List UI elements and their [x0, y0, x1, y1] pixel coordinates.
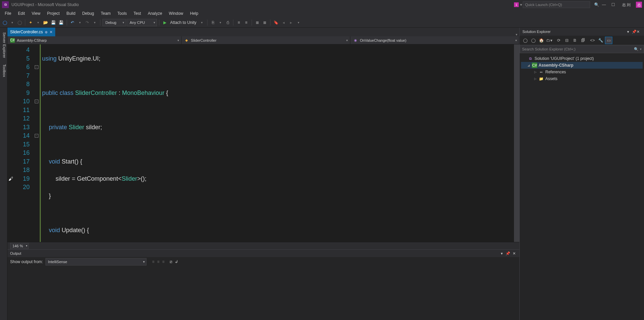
lightbulb-icon[interactable]: 🖌	[8, 175, 13, 183]
zoom-dropdown[interactable]: 146 %	[10, 243, 29, 249]
menu-tools[interactable]: Tools	[114, 10, 130, 17]
quick-launch-search-icon[interactable]: 🔍	[594, 2, 599, 7]
toolbox-tab[interactable]: Toolbox	[2, 62, 7, 80]
tabs-overflow-button[interactable]: ▾	[516, 33, 517, 36]
se-forward-icon[interactable]: ◯	[530, 37, 537, 44]
panel-dropdown-icon[interactable]: ▾	[627, 30, 632, 34]
redo-drop[interactable]: ▾	[91, 19, 98, 26]
panel-close-icon[interactable]: ✕	[637, 30, 641, 34]
solution-search-input[interactable]: Search Solution Explorer (Ctrl+;) 🔍 ▾	[520, 45, 644, 53]
play-icon[interactable]: ▶	[161, 19, 168, 26]
output-wrap-icon[interactable]: ↲	[175, 259, 178, 264]
undo-button[interactable]: ↶	[69, 19, 76, 26]
fold-toggle[interactable]: −	[35, 65, 38, 69]
menu-file[interactable]: File	[1, 10, 14, 17]
maximize-button[interactable]: ☐	[609, 1, 618, 8]
tab-slidercontroller[interactable]: SliderController.cs ⊕ ✕	[7, 28, 55, 36]
tree-assets-node[interactable]: ▷ 📁 Assets	[521, 75, 643, 82]
step-icon-2[interactable]: ⎙	[224, 19, 231, 26]
nav-project-dropdown[interactable]: C# Assembly-CSharp	[7, 36, 182, 44]
prev-bookmark-icon[interactable]: ◂	[280, 19, 287, 26]
redo-button[interactable]: ↷	[84, 19, 91, 26]
notification-badge[interactable]: 1	[514, 2, 519, 7]
comment-icon[interactable]: ≣	[254, 19, 261, 26]
panel-pin-icon[interactable]: 📌	[632, 30, 637, 34]
menu-team[interactable]: Team	[97, 10, 114, 17]
run-button[interactable]: Attach to Unity	[169, 19, 198, 26]
nav-forward-button[interactable]: ◯	[16, 19, 23, 26]
expand-icon[interactable]: ▷	[533, 70, 537, 74]
config-dropdown[interactable]: Debug	[102, 19, 126, 26]
menu-debug[interactable]: Debug	[79, 10, 97, 17]
nav-member-dropdown[interactable]: ◉ OnValueChange(float value)	[350, 36, 519, 44]
output-clear-icon[interactable]: ⎚	[170, 259, 172, 264]
nav-back-drop[interactable]: ▾	[9, 19, 15, 26]
notification-icon[interactable]: ▾	[520, 2, 522, 7]
indent-left-icon[interactable]: ≡	[235, 19, 242, 26]
save-all-button[interactable]: 💾	[58, 19, 65, 26]
fold-toggle[interactable]: −	[35, 100, 38, 103]
open-button[interactable]: 📂	[42, 19, 49, 26]
solution-explorer-panel: Solution Explorer ▾ 📌 ✕ ◯ ◯ 🏠 🗀▾ ⟳ ⊟ 🗎 🗐…	[519, 28, 644, 320]
nav-back-button[interactable]: ◯	[1, 19, 8, 26]
se-collapse-icon[interactable]: ⊟	[564, 37, 570, 44]
output-close-icon[interactable]: ✕	[511, 251, 517, 256]
undo-drop[interactable]: ▾	[76, 19, 83, 26]
menu-build[interactable]: Build	[63, 10, 79, 17]
se-showall-icon[interactable]: 🗎	[572, 37, 578, 44]
server-explorer-tab[interactable]: Server Explorer	[2, 30, 7, 61]
platform-dropdown[interactable]: Any CPU	[127, 19, 157, 26]
se-properties-icon[interactable]: 🔧	[597, 37, 604, 44]
nav-class-dropdown[interactable]: ◆ SliderController	[182, 36, 351, 44]
menu-project[interactable]: Project	[44, 10, 63, 17]
expand-icon[interactable]: ◢	[526, 64, 530, 67]
method-icon: ◉	[353, 38, 358, 43]
tree-project-node[interactable]: ◢ C# Assembly-CSharp	[521, 62, 643, 69]
menu-analyze[interactable]: Analyze	[144, 10, 166, 17]
menu-view[interactable]: View	[28, 10, 44, 17]
quick-launch-input[interactable]: Quick Launch (Ctrl+Q)	[523, 1, 590, 8]
output-pin-icon[interactable]: 📌	[505, 251, 511, 256]
toolbar: ◯ ▾ ◯ ✦ ▾ 📂 💾 💾 ↶ ▾ ↷ ▾ Debug Any CPU ▶ …	[0, 17, 644, 28]
output-icon-3[interactable]: ≡	[162, 259, 164, 264]
menu-window[interactable]: Window	[165, 10, 187, 17]
output-dropdown-icon[interactable]: ▾	[499, 251, 505, 256]
user-badge[interactable]: 志	[636, 2, 642, 8]
tree-solution-node[interactable]: ⧉ Solution 'UGUIProject' (1 project)	[521, 55, 643, 62]
next-bookmark-icon[interactable]: ▸	[288, 19, 294, 26]
se-scope-icon[interactable]: 🗀▾	[546, 37, 553, 44]
user-name[interactable]: 志 刘	[622, 2, 631, 7]
folder-icon: 📁	[539, 76, 544, 81]
menu-test[interactable]: Test	[130, 10, 144, 17]
indent-right-icon[interactable]: ≡	[243, 19, 250, 26]
se-refresh-icon[interactable]: ⟳	[555, 37, 562, 44]
menu-edit[interactable]: Edit	[14, 10, 28, 17]
bookmark-icon[interactable]: 🔖	[272, 19, 280, 26]
output-body[interactable]	[7, 266, 519, 320]
new-project-button[interactable]: ✦	[27, 19, 34, 26]
se-copy-icon[interactable]: 🗐	[580, 37, 586, 44]
solution-tree[interactable]: ⧉ Solution 'UGUIProject' (1 project) ◢ C…	[520, 53, 644, 84]
pin-icon[interactable]: ⊕	[45, 30, 47, 34]
run-drop[interactable]: ▾	[198, 19, 205, 26]
close-tab-button[interactable]: ✕	[50, 30, 53, 34]
se-preview-icon[interactable]: ▭	[605, 37, 612, 44]
new-project-drop[interactable]: ▾	[35, 19, 41, 26]
save-button[interactable]: 💾	[50, 19, 57, 26]
fold-toggle[interactable]: −	[35, 134, 38, 138]
tree-references-node[interactable]: ▷ ▪▪ References	[521, 69, 643, 75]
uncomment-icon[interactable]: ≣	[261, 19, 268, 26]
code-editor[interactable]: 🖌 4567891011121314151617181920 − − − usi…	[7, 44, 519, 242]
expand-icon[interactable]: ▷	[533, 77, 537, 80]
se-back-icon[interactable]: ◯	[522, 37, 528, 44]
output-icon-1[interactable]: ≡	[152, 259, 154, 264]
menu-help[interactable]: Help	[187, 10, 202, 17]
se-home-icon[interactable]: 🏠	[538, 37, 545, 44]
editor-scrollbar[interactable]	[514, 44, 519, 242]
step-icon-1[interactable]: ⎘	[210, 19, 216, 26]
output-icon-2[interactable]: ≡	[157, 259, 159, 264]
se-code-icon[interactable]: <>	[589, 37, 596, 44]
output-source-dropdown[interactable]: IntelliSense	[45, 258, 147, 265]
code-area[interactable]: using UnityEngine.UI; public class Slide…	[40, 44, 514, 242]
minimize-button[interactable]: —	[599, 1, 609, 8]
